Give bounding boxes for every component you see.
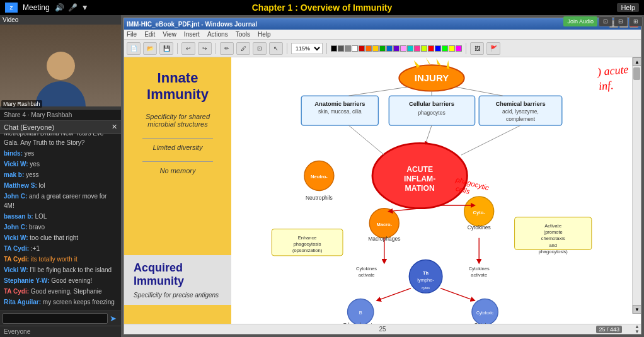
video-area: Video ⛶ ⚙ Mary Rashbah [0, 15, 121, 110]
mic-icon[interactable]: 🎤 [68, 3, 78, 12]
toolbar-undo[interactable]: ↩ [181, 42, 195, 55]
menu-help[interactable]: Help [258, 31, 271, 38]
toolbar-highlight[interactable]: 🖊 [236, 42, 250, 55]
chat-close-icon[interactable]: ✕ [112, 123, 117, 131]
scroll-track [633, 66, 641, 305]
toolbar-select[interactable]: ↖ [269, 42, 283, 55]
chat-input-row: ➤ [0, 311, 121, 326]
color-red[interactable] [359, 45, 365, 52]
color-black[interactable] [331, 45, 337, 52]
color-fuchsia[interactable] [456, 45, 462, 52]
video-name-tag: Mary Rashbah [1, 100, 42, 108]
app-logo: Z [5, 3, 18, 13]
chevron-down-icon[interactable]: ▼ [81, 3, 89, 12]
zoom-select[interactable]: 115% 100% 75% 150% [291, 43, 323, 54]
chat-message: John C: and a great career move for 4M! [4, 191, 117, 210]
color-gray[interactable] [338, 45, 344, 52]
content-ctrl-1[interactable]: ⊡ [599, 16, 612, 26]
color-bright-red[interactable] [428, 45, 434, 52]
toolbar-eraser[interactable]: ⊡ [253, 42, 267, 55]
menu-insert[interactable]: Insert [184, 31, 200, 38]
color-purple[interactable] [393, 45, 400, 52]
svg-text:MATION: MATION [405, 184, 435, 193]
toolbar-new[interactable]: 📄 [127, 42, 141, 55]
toolbar-pen[interactable]: ✏ [220, 42, 234, 55]
color-silver[interactable] [345, 45, 351, 52]
chat-footer: Everyone [0, 326, 121, 337]
content-area: Join Audio ⊡ ⊟ ⊞ IMM-HIC_eBook_PDF.jnt -… [121, 15, 644, 337]
svg-text:ACUTE: ACUTE [406, 165, 433, 174]
svg-text:Th: Th [423, 270, 429, 276]
color-cyan[interactable] [407, 45, 413, 52]
svg-text:cytes: cytes [422, 286, 430, 290]
color-green[interactable] [379, 45, 386, 52]
chat-message: Rita Aguilar: my screen keeps freezing [4, 297, 117, 307]
chat-input[interactable] [3, 313, 108, 324]
help-button[interactable]: Help [617, 3, 639, 12]
toolbar-redo[interactable]: ↪ [198, 42, 212, 55]
acquired-desc: Specificity for precise antigens [134, 292, 222, 299]
menu-tools[interactable]: Tools [236, 31, 250, 38]
color-bright-blue[interactable] [435, 45, 441, 52]
toolbar-open[interactable]: 📂 [143, 42, 157, 55]
chat-messages[interactable]: Lee S. yesKaydee: good!bassan b: yesPatr… [0, 134, 121, 311]
toolbar-sep-2 [216, 43, 216, 54]
journal-scrollbar[interactable]: ▲ ▼ [632, 57, 641, 314]
page-down-button[interactable]: ▼ [635, 329, 640, 334]
menu-edit[interactable]: Edit [144, 31, 155, 38]
page-scroll-buttons: ▲ ▼ [635, 324, 640, 334]
color-yellow[interactable] [372, 45, 379, 52]
svg-text:chemotaxis: chemotaxis [541, 236, 565, 241]
toolbar-sep-3 [287, 43, 287, 54]
menu-actions[interactable]: Actions [207, 31, 228, 38]
svg-text:INFLAM-: INFLAM- [404, 174, 435, 183]
chat-message: TA Cydi: :+1 [4, 244, 117, 253]
svg-text:Cytotoxic: Cytotoxic [476, 311, 494, 316]
color-bright-green[interactable] [442, 45, 448, 52]
chat-send-button[interactable]: ➤ [108, 314, 118, 323]
join-audio-button[interactable]: Join Audio [563, 16, 597, 26]
scroll-down-button[interactable]: ▼ [633, 305, 641, 314]
color-white[interactable] [352, 45, 358, 52]
toolbar-flag[interactable]: 🚩 [486, 42, 500, 55]
color-blue[interactable] [386, 45, 393, 52]
journal-menubar: File Edit View Insert Actions Tools Help [124, 30, 641, 40]
chat-message: Vicki W: too clue that right [4, 233, 117, 243]
top-bar: Z Meeting 🔊 🎤 ▼ Chapter 1 : Overview of … [0, 0, 644, 15]
page-indicator: 25 / 443 [596, 326, 622, 333]
meeting-label: Meeting [23, 3, 50, 12]
color-orange[interactable] [365, 45, 372, 52]
audio-icon[interactable]: 🔊 [55, 3, 64, 12]
color-lime[interactable] [421, 45, 427, 52]
content-ctrl-3[interactable]: ⊞ [629, 16, 643, 26]
svg-text:skin, mucosa, cilia: skin, mucosa, cilia [318, 108, 362, 115]
chat-header: Chat (Everyone) ✕ [0, 121, 121, 134]
toolbar-save[interactable]: 💾 [159, 42, 173, 55]
chat-area: Chat (Everyone) ✕ Lee S. yesKaydee: good… [0, 121, 121, 337]
svg-text:Cytokines: Cytokines [468, 224, 491, 231]
color-pink[interactable] [400, 45, 406, 52]
color-bright-yellow[interactable] [449, 45, 455, 52]
chat-message: Stephanie Y-W: Good evening! [4, 276, 117, 285]
content-ctrl-2[interactable]: ⊟ [614, 16, 628, 26]
color-magenta[interactable] [414, 45, 420, 52]
top-bar-left: Z Meeting 🔊 🎤 ▼ [5, 3, 89, 13]
svg-text:Neutro-: Neutro- [311, 174, 328, 180]
divider-1 [142, 138, 213, 139]
toolbar-insert-img[interactable]: 🖼 [470, 42, 484, 55]
chat-message: John C: bravo [4, 222, 117, 232]
innate-diversity: Limited diversity [134, 144, 222, 151]
chat-message: bassan b: LOL [4, 212, 117, 221]
menu-file[interactable]: File [127, 31, 137, 38]
page-number: 25 [379, 326, 386, 333]
svg-text:activate: activate [359, 272, 375, 278]
scroll-up-button[interactable]: ▲ [633, 57, 641, 66]
chat-message: Vicki W: yes [4, 159, 117, 169]
innate-title: Innate Immunity [134, 70, 222, 103]
toolbar-sep-4 [326, 43, 327, 54]
person-head [47, 52, 75, 80]
scroll-thumb[interactable] [633, 67, 640, 80]
chapter-title: Chapter 1 : Overview of Immunity [252, 3, 393, 13]
menu-view[interactable]: View [163, 31, 176, 38]
handwritten-annotation: ) acute inf. [597, 62, 630, 94]
